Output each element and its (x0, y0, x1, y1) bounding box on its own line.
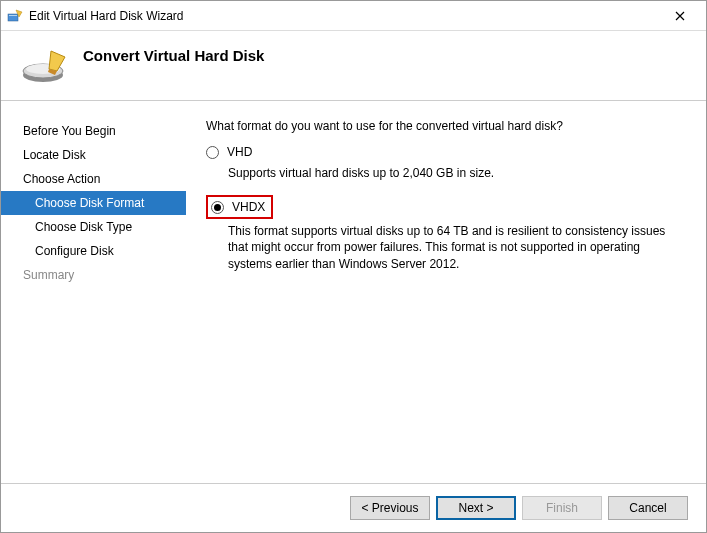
hard-disk-icon (21, 47, 69, 90)
sidebar-item-summary: Summary (1, 263, 186, 287)
content-area: What format do you want to use for the c… (186, 101, 706, 483)
sidebar-item-choose-action[interactable]: Choose Action (1, 167, 186, 191)
next-button[interactable]: Next > (436, 496, 516, 520)
sidebar-item-choose-disk-type[interactable]: Choose Disk Type (1, 215, 186, 239)
wizard-window: Edit Virtual Hard Disk Wizard Convert Vi… (0, 0, 707, 533)
cancel-button[interactable]: Cancel (608, 496, 688, 520)
option-vhd[interactable]: VHD (206, 145, 686, 159)
vhd-label: VHD (227, 145, 252, 159)
finish-button: Finish (522, 496, 602, 520)
wizard-header: Convert Virtual Hard Disk (1, 31, 706, 101)
radio-vhdx[interactable] (211, 201, 224, 214)
page-title: Convert Virtual Hard Disk (83, 47, 264, 64)
option-vhdx[interactable]: VHDX (211, 200, 265, 214)
vhdx-highlight: VHDX (206, 195, 273, 219)
wizard-footer: < Previous Next > Finish Cancel (1, 483, 706, 532)
sidebar-item-before-you-begin[interactable]: Before You Begin (1, 119, 186, 143)
vhd-description: Supports virtual hard disks up to 2,040 … (228, 165, 686, 181)
vhdx-description: This format supports virtual disks up to… (228, 223, 686, 272)
sidebar-item-configure-disk[interactable]: Configure Disk (1, 239, 186, 263)
previous-button[interactable]: < Previous (350, 496, 430, 520)
window-title: Edit Virtual Hard Disk Wizard (29, 9, 660, 23)
titlebar: Edit Virtual Hard Disk Wizard (1, 1, 706, 31)
close-button[interactable] (660, 2, 700, 30)
radio-vhd[interactable] (206, 146, 219, 159)
svg-rect-1 (9, 15, 17, 16)
app-icon (7, 8, 23, 24)
vhdx-label: VHDX (232, 200, 265, 214)
wizard-body: Before You Begin Locate Disk Choose Acti… (1, 101, 706, 483)
prompt-text: What format do you want to use for the c… (206, 119, 686, 133)
sidebar-item-choose-disk-format[interactable]: Choose Disk Format (1, 191, 186, 215)
sidebar: Before You Begin Locate Disk Choose Acti… (1, 101, 186, 483)
sidebar-item-locate-disk[interactable]: Locate Disk (1, 143, 186, 167)
